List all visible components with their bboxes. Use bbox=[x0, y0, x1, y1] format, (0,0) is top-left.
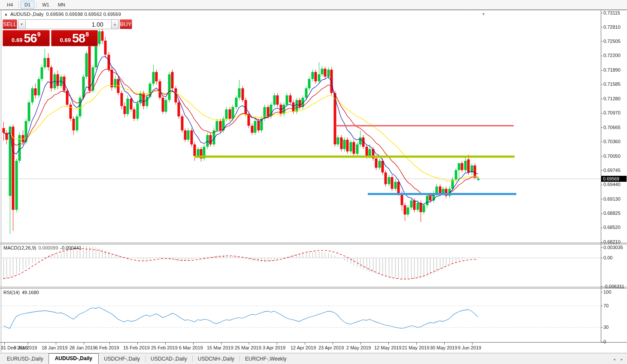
timeframe-toolbar: H4D1W1MN bbox=[0, 0, 627, 10]
tab-scroll-left-icon[interactable]: ◄ bbox=[612, 358, 616, 361]
date-axis-label: 25 Feb 2019 bbox=[151, 345, 178, 350]
macd-main-value: 0.000099 bbox=[38, 245, 58, 250]
date-axis-label: 3 Apr 2019 bbox=[263, 345, 285, 350]
tab-scroll-right-icon[interactable]: ► bbox=[620, 358, 624, 361]
date-axis-label: 12 May 2019 bbox=[374, 345, 402, 350]
date-axis-label: 6 Feb 2019 bbox=[95, 345, 119, 350]
date-axis-label: 6 Mar 2019 bbox=[179, 345, 203, 350]
chart-tab-eurusd[interactable]: EURUSD-,Daily bbox=[2, 354, 48, 364]
macd-indicator-label: MACD(12,26,9) 0.000099 -0.000441 bbox=[3, 245, 82, 250]
rsi-name: RSI(14) bbox=[3, 290, 20, 295]
sell-price-box[interactable]: 0.69 56 9 bbox=[3, 30, 50, 46]
current-price-tag: 0.69569 bbox=[601, 176, 627, 182]
date-axis-label: 25 Mar 2019 bbox=[235, 345, 261, 350]
macd-axis-label: -0.006311 bbox=[603, 284, 624, 289]
volume-input[interactable] bbox=[26, 19, 111, 29]
chart-tab-bar: EURUSD-,DailyAUDUSD-,DailyUSDCHF-,DailyU… bbox=[0, 353, 627, 364]
date-axis-label: 15 Feb 2019 bbox=[123, 345, 150, 350]
price-axis-label: 0.71890 bbox=[603, 67, 621, 72]
buy-price-prefix: 0.69 bbox=[60, 36, 71, 45]
rsi-indicator-label: RSI(14) 49.1680 bbox=[3, 290, 39, 295]
price-axis-label: 0.69440 bbox=[603, 182, 621, 187]
date-axis-label: 30 May 2019 bbox=[430, 345, 457, 350]
date-axis-label: 9 Jun 2019 bbox=[458, 345, 481, 350]
date-axis-label: 23 Apr 2019 bbox=[318, 345, 344, 350]
date-axis-label: 15 Mar 2019 bbox=[207, 345, 233, 350]
price-axis-label: 0.72200 bbox=[603, 53, 621, 58]
one-click-trading-panel: SELL ▼ ▲ BUY 0.69 56 9 0.69 58 8 bbox=[3, 19, 98, 46]
chart-title: ▲ AUDUSD-,Daily 0.69596 0.69598 0.69562 … bbox=[4, 12, 121, 17]
price-axis-label: 0.72505 bbox=[603, 39, 621, 44]
chart-symbol-label: AUDUSD-,Daily bbox=[10, 12, 44, 17]
volume-decrease-button[interactable]: ▼ bbox=[18, 19, 26, 29]
price-axis-label: 0.70050 bbox=[603, 153, 621, 159]
macd-axis-label: 0.00 bbox=[603, 255, 612, 260]
macd-name: MACD(12,26,9) bbox=[3, 245, 36, 250]
buy-price-sup: 8 bbox=[85, 30, 89, 37]
chart-canvas[interactable] bbox=[0, 0, 627, 364]
sell-price-sup: 9 bbox=[37, 30, 41, 37]
date-axis-label: 12 Apr 2019 bbox=[291, 345, 316, 350]
price-axis-label: 0.69130 bbox=[603, 196, 621, 202]
price-axis-label: 0.70360 bbox=[603, 139, 621, 144]
date-axis-label: 2 May 2019 bbox=[346, 345, 371, 350]
timeframe-button-w1[interactable]: W1 bbox=[38, 1, 53, 9]
buy-button[interactable]: BUY bbox=[120, 19, 132, 29]
timeframe-button-d1[interactable]: D1 bbox=[21, 1, 34, 9]
chart-tab-usdcad[interactable]: USDCAD-,Daily bbox=[145, 354, 192, 364]
macd-axis-label: 0.003035 bbox=[603, 245, 623, 250]
sell-price-big: 56 bbox=[24, 32, 36, 45]
rsi-axis-label: 70 bbox=[603, 303, 609, 308]
buy-price-box[interactable]: 0.69 58 8 bbox=[51, 30, 98, 46]
rsi-axis-label: 100 bbox=[603, 289, 611, 295]
toolbar-separator bbox=[36, 2, 36, 8]
date-axis-label: 18 Jan 2019 bbox=[42, 345, 68, 350]
price-axis-label: 0.70665 bbox=[603, 125, 621, 130]
chart-tab-eurchf[interactable]: EURCHF-,Weekly bbox=[240, 354, 291, 364]
chart-ohlc-values: 0.69596 0.69598 0.69562 0.69569 bbox=[46, 12, 121, 17]
timeframe-button-mn[interactable]: MN bbox=[54, 1, 69, 9]
toolbar-separator bbox=[18, 2, 19, 8]
rsi-value: 49.1680 bbox=[22, 290, 39, 295]
price-axis-label: 0.73115 bbox=[603, 10, 620, 15]
chart-tab-usdcnh[interactable]: USDCNH-,Daily bbox=[193, 354, 239, 364]
rsi-axis-label: 0 bbox=[603, 339, 606, 344]
price-axis-label: 0.72810 bbox=[603, 24, 621, 30]
chart-tab-usdchf[interactable]: USDCHF-,Daily bbox=[99, 354, 145, 364]
volume-increase-button[interactable]: ▲ bbox=[111, 19, 119, 29]
rsi-axis-label: 30 bbox=[603, 325, 609, 330]
tab-scroll-buttons: ◄► bbox=[612, 358, 624, 361]
price-axis-label: 0.70970 bbox=[603, 110, 621, 115]
price-axis-label: 0.68825 bbox=[603, 211, 621, 216]
sell-button[interactable]: SELL bbox=[3, 19, 17, 29]
sell-price-prefix: 0.69 bbox=[12, 36, 22, 45]
price-axis-label: 0.71585 bbox=[603, 81, 621, 87]
date-axis-label: 9 Jan 2019 bbox=[14, 345, 37, 350]
date-axis-label: 28 Jan 2019 bbox=[70, 345, 96, 350]
price-axis-label: 0.69745 bbox=[603, 168, 621, 173]
symbol-triangle-icon: ▲ bbox=[4, 12, 8, 16]
date-axis-label: 21 May 2019 bbox=[402, 345, 430, 350]
price-axis-label: 0.68210 bbox=[603, 239, 621, 244]
timeframe-button-h4[interactable]: H4 bbox=[3, 1, 17, 9]
quote-panel-collapse-icon[interactable]: ▼ bbox=[482, 12, 485, 16]
buy-price-big: 58 bbox=[72, 32, 85, 45]
macd-signal-value: -0.000441 bbox=[60, 245, 82, 250]
price-axis-label: 0.68520 bbox=[603, 225, 621, 230]
price-axis-label: 0.71280 bbox=[603, 96, 621, 101]
chart-tab-audusd[interactable]: AUDUSD-,Daily bbox=[48, 353, 99, 364]
